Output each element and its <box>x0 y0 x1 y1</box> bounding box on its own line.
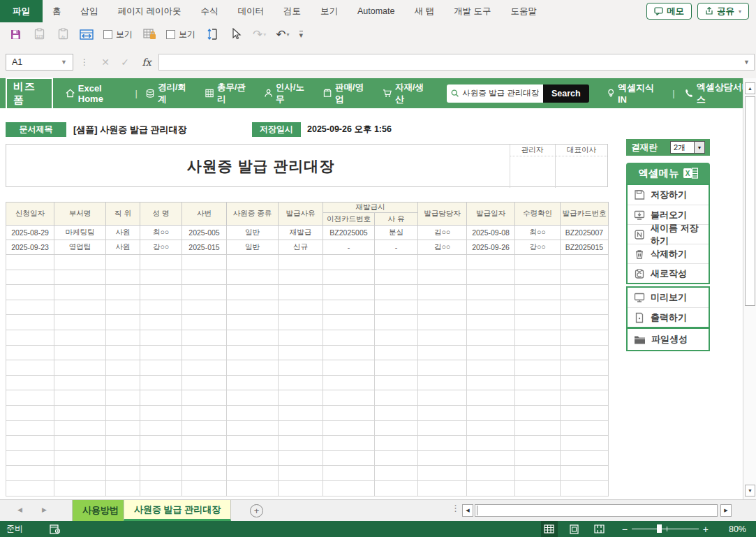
table-cell[interactable] <box>467 300 515 315</box>
table-cell[interactable] <box>467 466 515 481</box>
table-cell[interactable] <box>323 330 375 345</box>
table-cell[interactable]: 일반 <box>227 240 279 255</box>
col-header[interactable]: 부서명 <box>54 203 106 226</box>
table-cell[interactable] <box>227 270 279 285</box>
table-cell[interactable] <box>227 360 279 376</box>
table-cell[interactable] <box>515 375 561 390</box>
table-cell[interactable] <box>375 345 418 360</box>
table-cell[interactable] <box>561 405 609 420</box>
sheet-nav-left-icon[interactable]: ◀ <box>17 506 22 513</box>
table-cell[interactable] <box>375 300 418 315</box>
table-cell[interactable] <box>279 436 323 451</box>
table-cell[interactable] <box>140 300 182 315</box>
table-cell[interactable] <box>418 360 467 376</box>
scroll-down-icon[interactable]: ▼ <box>745 485 755 496</box>
table-cell[interactable] <box>54 480 106 496</box>
table-cell[interactable] <box>323 255 375 270</box>
table-cell[interactable] <box>561 330 609 345</box>
table-cell[interactable] <box>279 345 323 360</box>
table-cell[interactable] <box>227 315 279 330</box>
table-cell[interactable] <box>279 285 323 300</box>
bizforms-logo[interactable]: 비즈폼 <box>6 78 53 110</box>
table-cell[interactable] <box>106 345 140 360</box>
table-cell[interactable] <box>6 345 54 360</box>
table-cell[interactable] <box>6 285 54 300</box>
table-cell[interactable] <box>467 315 515 330</box>
table-cell[interactable] <box>182 436 227 451</box>
table-cell[interactable] <box>375 360 418 376</box>
table-cell[interactable] <box>227 480 279 496</box>
table-cell[interactable] <box>515 420 561 436</box>
table-cell[interactable] <box>467 436 515 451</box>
table-cell[interactable] <box>106 436 140 451</box>
checkbox-icon[interactable] <box>103 30 112 39</box>
table-cell[interactable]: 마케팅팀 <box>54 226 106 240</box>
excel-knowledge-link[interactable]: 엑셀지식 IN <box>607 82 663 105</box>
col-header[interactable]: 사 유 <box>375 213 418 226</box>
row-height-icon[interactable] <box>205 27 219 41</box>
table-cell[interactable] <box>54 270 106 285</box>
table-cell[interactable] <box>323 390 375 406</box>
table-cell[interactable] <box>418 436 467 451</box>
table-cell[interactable] <box>182 300 227 315</box>
search-input[interactable] <box>462 89 539 98</box>
table-cell[interactable] <box>323 480 375 496</box>
col-header[interactable]: 사원증 종류 <box>227 203 279 226</box>
select-arrow-icon[interactable] <box>229 27 243 41</box>
table-cell[interactable]: - <box>375 240 418 255</box>
tab-insert[interactable]: 삽입 <box>71 0 108 22</box>
redo-button[interactable]: ↷▾ <box>253 27 266 42</box>
table-cell[interactable] <box>227 390 279 406</box>
sheet-nav-right-icon[interactable]: ▶ <box>42 506 47 513</box>
table-cell[interactable] <box>182 466 227 481</box>
tab-view[interactable]: 보기 <box>311 0 348 22</box>
table-cell[interactable]: 2025-005 <box>182 226 227 240</box>
table-cell[interactable] <box>6 360 54 376</box>
zoom-in-icon[interactable]: + <box>699 524 713 535</box>
col-header[interactable]: 이전카드번호 <box>323 213 375 226</box>
table-cell[interactable] <box>54 466 106 481</box>
table-cell[interactable] <box>54 330 106 345</box>
paste-formulas-icon[interactable]: fx <box>56 27 70 41</box>
table-cell[interactable] <box>561 270 609 285</box>
table-cell[interactable] <box>375 450 418 466</box>
tab-automate[interactable]: Automate <box>348 0 405 22</box>
table-cell[interactable] <box>106 330 140 345</box>
table-cell[interactable] <box>106 255 140 270</box>
table-cell[interactable] <box>515 330 561 345</box>
table-cell[interactable] <box>106 390 140 406</box>
table-cell[interactable] <box>54 450 106 466</box>
table-cell[interactable] <box>561 450 609 466</box>
sheet-tab-usage[interactable]: 사용방법 <box>72 500 129 521</box>
zoom-out-icon[interactable]: − <box>618 524 632 535</box>
table-cell[interactable]: 사원 <box>106 240 140 255</box>
nav-hr[interactable]: 인사/노무 <box>265 82 311 105</box>
table-cell[interactable] <box>106 360 140 376</box>
vertical-scrollbar-thumb[interactable] <box>745 96 755 306</box>
undo-button[interactable]: ↶▾ <box>276 27 289 42</box>
share-button[interactable]: 공유 ▾ <box>697 3 749 20</box>
table-cell[interactable]: 2025-09-23 <box>6 240 54 255</box>
col-header[interactable]: 사번 <box>182 203 227 226</box>
table-cell[interactable]: 최○○ <box>140 226 182 240</box>
save-as-menu-button[interactable]: 새이름 저장하기 <box>628 224 709 244</box>
table-cell[interactable] <box>515 360 561 376</box>
table-cell[interactable] <box>140 255 182 270</box>
save-icon[interactable] <box>8 27 22 41</box>
table-cell[interactable] <box>375 315 418 330</box>
excel-home-link[interactable]: Excel Home <box>66 83 127 104</box>
table-cell[interactable] <box>54 436 106 451</box>
col-header[interactable]: 직 위 <box>106 203 140 226</box>
table-cell[interactable]: 강○○ <box>140 240 182 255</box>
table-cell[interactable] <box>375 255 418 270</box>
table-cell[interactable] <box>467 420 515 436</box>
table-cell[interactable] <box>515 390 561 406</box>
table-cell[interactable] <box>375 270 418 285</box>
qat-customize-icon[interactable]: ▾ <box>299 31 304 38</box>
view-toggle-2[interactable]: 보기 <box>166 29 195 41</box>
table-cell[interactable] <box>54 255 106 270</box>
table-cell[interactable] <box>54 405 106 420</box>
table-cell[interactable] <box>227 436 279 451</box>
table-cell[interactable] <box>140 315 182 330</box>
tab-review[interactable]: 검토 <box>274 0 311 22</box>
